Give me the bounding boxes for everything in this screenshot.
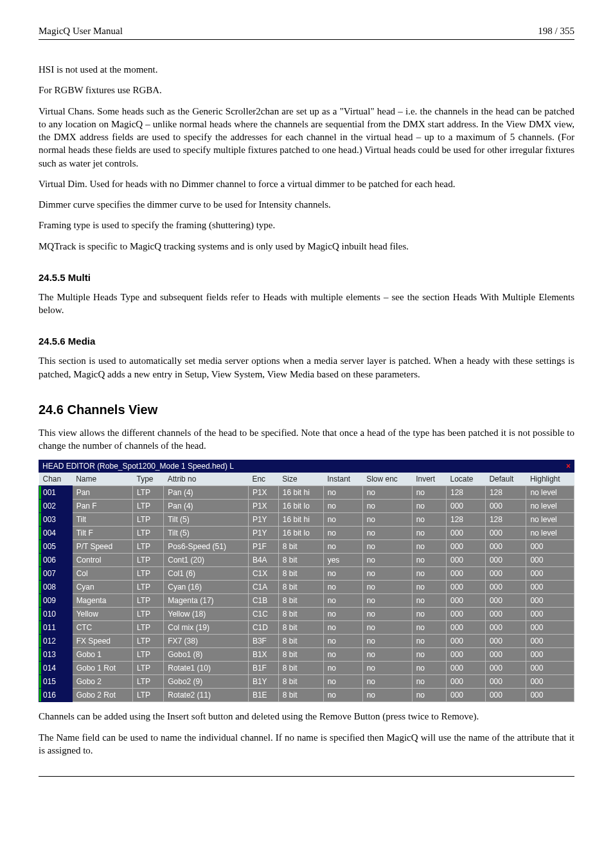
- cell-slow[interactable]: no: [362, 635, 412, 648]
- cell-locate[interactable]: 000: [446, 608, 485, 621]
- cell-name[interactable]: Gobo 2: [72, 675, 132, 689]
- table-row[interactable]: 006ControlLTPCont1 (20)B4A8 bityesnono00…: [39, 554, 574, 567]
- table-row[interactable]: 001PanLTPPan (4)P1X16 bit hinonono128128…: [39, 486, 574, 500]
- cell-hl[interactable]: 000: [526, 554, 574, 567]
- cell-size[interactable]: 8 bit: [278, 689, 323, 702]
- cell-default[interactable]: 000: [485, 581, 526, 594]
- cell-chan[interactable]: 011: [39, 621, 73, 635]
- cell-enc[interactable]: C1X: [248, 567, 278, 581]
- cell-hl[interactable]: no level: [526, 486, 574, 500]
- cell-name[interactable]: Tilt F: [72, 527, 132, 540]
- cell-invert[interactable]: no: [412, 540, 446, 554]
- cell-chan[interactable]: 004: [39, 527, 73, 540]
- cell-locate[interactable]: 128: [446, 513, 485, 527]
- cell-default[interactable]: 000: [485, 500, 526, 513]
- cell-default[interactable]: 000: [485, 608, 526, 621]
- cell-default[interactable]: 000: [485, 662, 526, 675]
- cell-slow[interactable]: no: [362, 540, 412, 554]
- cell-attr[interactable]: Gobo2 (9): [164, 675, 249, 689]
- cell-chan[interactable]: 016: [39, 689, 73, 702]
- cell-chan[interactable]: 012: [39, 635, 73, 648]
- cell-default[interactable]: 128: [485, 513, 526, 527]
- cell-hl[interactable]: 000: [526, 635, 574, 648]
- cell-name[interactable]: Gobo 2 Rot: [72, 689, 132, 702]
- column-header[interactable]: Chan: [39, 473, 73, 486]
- cell-size[interactable]: 16 bit lo: [278, 500, 323, 513]
- cell-type[interactable]: LTP: [133, 500, 164, 513]
- cell-invert[interactable]: no: [412, 567, 446, 581]
- column-header[interactable]: Enc: [248, 473, 278, 486]
- cell-attr[interactable]: Cyan (16): [164, 581, 249, 594]
- cell-instant[interactable]: no: [323, 581, 362, 594]
- cell-slow[interactable]: no: [362, 689, 412, 702]
- cell-name[interactable]: FX Speed: [72, 635, 132, 648]
- close-icon[interactable]: ×: [566, 462, 571, 471]
- cell-chan[interactable]: 002: [39, 500, 73, 513]
- cell-slow[interactable]: no: [362, 513, 412, 527]
- cell-locate[interactable]: 000: [446, 581, 485, 594]
- cell-chan[interactable]: 014: [39, 662, 73, 675]
- cell-instant[interactable]: no: [323, 675, 362, 689]
- cell-enc[interactable]: C1B: [248, 594, 278, 608]
- cell-enc[interactable]: P1Y: [248, 513, 278, 527]
- cell-name[interactable]: Control: [72, 554, 132, 567]
- cell-slow[interactable]: no: [362, 486, 412, 500]
- cell-invert[interactable]: no: [412, 594, 446, 608]
- cell-size[interactable]: 16 bit hi: [278, 486, 323, 500]
- cell-instant[interactable]: no: [323, 608, 362, 621]
- cell-instant[interactable]: no: [323, 500, 362, 513]
- cell-attr[interactable]: Tilt (5): [164, 513, 249, 527]
- cell-invert[interactable]: no: [412, 554, 446, 567]
- cell-slow[interactable]: no: [362, 621, 412, 635]
- cell-instant[interactable]: no: [323, 513, 362, 527]
- cell-invert[interactable]: no: [412, 513, 446, 527]
- cell-slow[interactable]: no: [362, 554, 412, 567]
- cell-default[interactable]: 000: [485, 540, 526, 554]
- cell-default[interactable]: 000: [485, 635, 526, 648]
- cell-attr[interactable]: Rotate1 (10): [164, 662, 249, 675]
- table-row[interactable]: 007ColLTPCol1 (6)C1X8 bitnonono000000000: [39, 567, 574, 581]
- cell-size[interactable]: 8 bit: [278, 635, 323, 648]
- cell-attr[interactable]: Pan (4): [164, 500, 249, 513]
- cell-type[interactable]: LTP: [133, 554, 164, 567]
- cell-type[interactable]: LTP: [133, 527, 164, 540]
- cell-hl[interactable]: 000: [526, 689, 574, 702]
- cell-instant[interactable]: no: [323, 527, 362, 540]
- cell-size[interactable]: 8 bit: [278, 675, 323, 689]
- table-row[interactable]: 015Gobo 2LTPGobo2 (9)B1Y8 bitnonono00000…: [39, 675, 574, 689]
- cell-attr[interactable]: Tilt (5): [164, 527, 249, 540]
- cell-slow[interactable]: no: [362, 594, 412, 608]
- cell-type[interactable]: LTP: [133, 581, 164, 594]
- cell-default[interactable]: 000: [485, 567, 526, 581]
- cell-invert[interactable]: no: [412, 581, 446, 594]
- cell-chan[interactable]: 008: [39, 581, 73, 594]
- cell-invert[interactable]: no: [412, 621, 446, 635]
- cell-size[interactable]: 8 bit: [278, 662, 323, 675]
- cell-locate[interactable]: 000: [446, 500, 485, 513]
- column-header[interactable]: Type: [133, 473, 164, 486]
- cell-size[interactable]: 8 bit: [278, 608, 323, 621]
- cell-hl[interactable]: 000: [526, 675, 574, 689]
- cell-invert[interactable]: no: [412, 635, 446, 648]
- cell-chan[interactable]: 009: [39, 594, 73, 608]
- cell-instant[interactable]: no: [323, 662, 362, 675]
- cell-size[interactable]: 8 bit: [278, 540, 323, 554]
- cell-instant[interactable]: no: [323, 635, 362, 648]
- table-row[interactable]: 016Gobo 2 RotLTPRotate2 (11)B1E8 bitnono…: [39, 689, 574, 702]
- cell-attr[interactable]: Pos6-Speed (51): [164, 540, 249, 554]
- cell-locate[interactable]: 000: [446, 527, 485, 540]
- cell-enc[interactable]: B3F: [248, 635, 278, 648]
- cell-invert[interactable]: no: [412, 527, 446, 540]
- cell-locate[interactable]: 000: [446, 594, 485, 608]
- cell-default[interactable]: 000: [485, 621, 526, 635]
- cell-enc[interactable]: B1E: [248, 689, 278, 702]
- cell-attr[interactable]: Cont1 (20): [164, 554, 249, 567]
- cell-type[interactable]: LTP: [133, 608, 164, 621]
- cell-size[interactable]: 8 bit: [278, 581, 323, 594]
- column-header[interactable]: Name: [72, 473, 132, 486]
- cell-chan[interactable]: 001: [39, 486, 73, 500]
- cell-slow[interactable]: no: [362, 500, 412, 513]
- cell-name[interactable]: CTC: [72, 621, 132, 635]
- cell-enc[interactable]: C1C: [248, 608, 278, 621]
- cell-enc[interactable]: B1X: [248, 648, 278, 662]
